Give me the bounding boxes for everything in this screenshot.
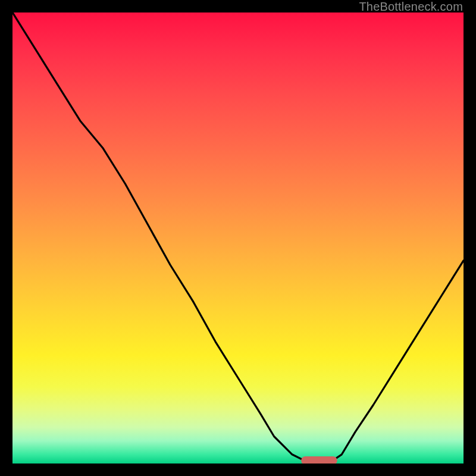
bottleneck-curve <box>12 12 464 464</box>
chart-frame: TheBottleneck.com <box>0 0 476 476</box>
curve-layer <box>12 12 464 464</box>
watermark-text: TheBottleneck.com <box>359 0 463 14</box>
optimal-marker <box>301 456 337 464</box>
plot-area <box>12 12 464 464</box>
